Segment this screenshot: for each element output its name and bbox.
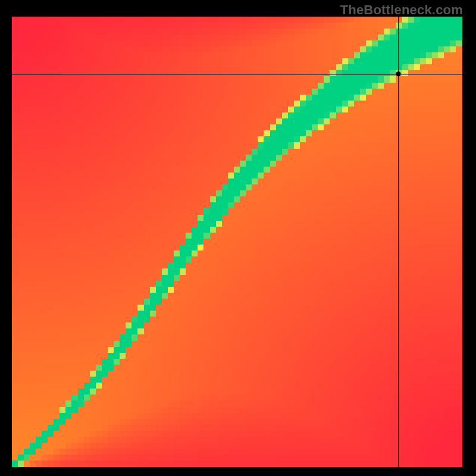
chart-container: TheBottleneck.com	[0, 0, 476, 476]
watermark-text: TheBottleneck.com	[340, 2, 463, 18]
heatmap-canvas	[12, 17, 462, 467]
